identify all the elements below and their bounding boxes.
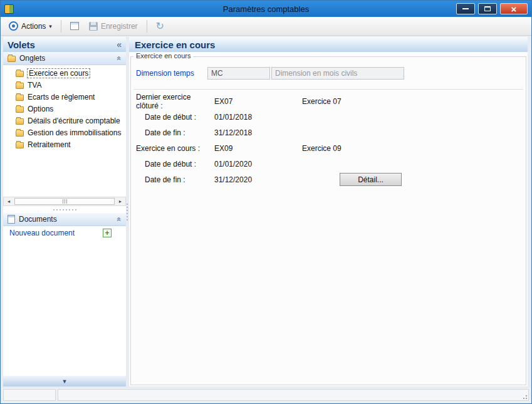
tree-item-exercice-en-cours[interactable]: Exercice en cours [3,67,126,79]
save-label: Enregistrer [101,22,138,31]
minimize-icon [462,8,469,9]
form-icon [70,22,79,30]
field-value: EX07 [214,97,302,106]
field-row-date-debut-2: Date de début : 01/01/2020 [136,156,521,172]
tree-item-label: TVA [28,81,41,90]
folder-icon [16,142,24,148]
tree-item-options[interactable]: Options [3,103,126,115]
folder-icon [16,95,24,101]
actions-button[interactable]: Actions ▾ [4,19,56,33]
window-title: Paramètres comptables [1,4,531,14]
tree-item-details-ecriture-comptable[interactable]: Détails d'écriture comptable [3,115,126,127]
dimension-temps-input[interactable]: MC [207,67,270,80]
window-resize-grip[interactable] [520,392,527,399]
folder-icon [8,56,16,62]
tree-item-label: Gestion des immobilisations [28,128,121,137]
onglets-tree: Exercice en cours TVA Ecarts de règlemen… [3,65,126,197]
onglets-label: Onglets [19,54,45,63]
collapse-documents-icon[interactable]: « [115,217,124,222]
documents-group-header[interactable]: Documents « [3,213,126,226]
collapse-onglets-icon[interactable]: « [115,56,124,61]
field-label: Date de fin : [136,175,214,184]
add-document-button[interactable]: + [103,229,112,237]
tree-item-gestion-des-immobilisations[interactable]: Gestion des immobilisations [3,127,126,138]
toolbar-separator [147,20,147,33]
actions-icon [9,21,18,31]
groupbox-label: Exercice en cours [133,52,193,60]
field-value: 31/12/2020 [214,175,302,184]
tree-item-label: Exercice en cours [28,69,90,78]
dimension-description-field[interactable]: Dimension en mois civils [271,67,404,80]
tree-item-ecarts-de-reglement[interactable]: Ecarts de règlement [3,91,126,103]
scrollbar-thumb[interactable] [14,198,115,205]
field-extra: Exercice 07 [302,97,342,106]
tree-item-label: Retraitement [28,140,71,149]
field-value: EX09 [214,144,302,153]
field-label: Dernier exercice clôturé : [136,93,214,110]
field-value: 01/01/2020 [214,160,302,168]
sidebar-title: Volets [8,39,35,50]
folder-icon [16,71,24,77]
main-header: Exercice en cours [129,37,528,52]
field-label: Date de début : [136,113,214,122]
titlebar: Paramètres comptables × [1,1,531,17]
refresh-button[interactable]: ↻ [152,19,169,33]
field-value: 31/12/2018 [214,128,302,137]
app-icon [4,4,14,14]
save-icon [89,22,98,31]
maximize-icon [484,6,491,11]
folder-icon [16,83,24,89]
field-row-exercice-en-cours: Exercice en cours : EX09 Exercice 09 [136,140,521,156]
document-icon [8,215,15,224]
new-document-row: Nouveau document + [3,226,126,240]
sidebar-scroll-down[interactable]: ▼ [3,376,126,386]
horizontal-scrollbar[interactable]: ◄ ► [3,197,126,206]
status-cell-left [3,389,56,401]
tree-item-label: Détails d'écriture comptable [28,117,120,125]
main-panel: Exercice en cours Exercice en cours Dime… [129,37,528,386]
app-window: Paramètres comptables × Actions ▾ Enregi… [0,0,532,404]
statusbar [2,388,530,402]
scroll-left-icon[interactable]: ◄ [4,197,14,205]
sidebar-filler [3,240,126,376]
save-button[interactable]: Enregistrer [85,20,142,33]
dimension-temps-label: Dimension temps [136,69,207,78]
folder-icon [16,106,24,113]
folder-icon [16,130,24,137]
sidebar: Volets « Onglets « Exercice en cours TVA… [3,37,126,386]
chevron-down-icon: ▾ [49,23,52,29]
field-label: Date de fin : [136,128,214,137]
minimize-button[interactable] [456,3,475,14]
close-button[interactable]: × [500,3,528,14]
section-divider [133,89,523,90]
main-body: Exercice en cours Dimension temps MC Dim… [129,52,528,386]
tree-item-label: Ecarts de règlement [28,93,95,101]
field-label: Date de début : [136,160,214,168]
resize-grip-dots [127,204,128,220]
detail-button[interactable]: Détail... [340,173,402,186]
refresh-icon: ↻ [156,21,164,31]
folder-icon [16,118,24,125]
form-button[interactable] [66,20,83,32]
panel-splitter-handle[interactable] [3,206,126,213]
field-row-date-debut-1: Date de début : 01/01/2018 [136,109,521,125]
scroll-right-icon[interactable]: ► [115,197,125,205]
tree-item-label: Options [28,105,53,113]
field-row-date-fin-1: Date de fin : 31/12/2018 [136,125,521,140]
chevron-down-icon: ▼ [62,378,68,385]
field-value: 01/01/2018 [214,113,302,122]
page-title: Exercice en cours [135,39,215,50]
documents-label: Documents [19,215,57,224]
field-row-dernier-exercice: Dernier exercice clôturé : EX07 Exercice… [136,93,521,109]
tree-item-retraitement[interactable]: Retraitement [3,138,126,150]
dimension-row: Dimension temps MC Dimension en mois civ… [136,67,404,80]
maximize-button[interactable] [478,3,497,14]
caption-buttons: × [456,3,528,14]
collapse-sidebar-button[interactable]: « [117,39,122,49]
new-document-link[interactable]: Nouveau document [9,229,75,237]
exercice-groupbox: Exercice en cours Dimension temps MC Dim… [130,56,526,385]
tree-item-tva[interactable]: TVA [3,79,126,91]
sidebar-header: Volets « [3,37,126,52]
onglets-group-header[interactable]: Onglets « [3,52,126,65]
field-row-date-fin-2: Date de fin : 31/12/2020 Détail... [136,172,521,187]
